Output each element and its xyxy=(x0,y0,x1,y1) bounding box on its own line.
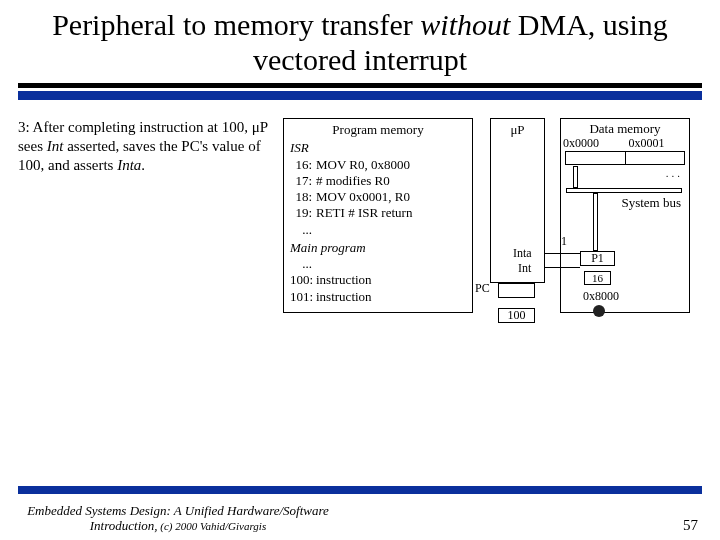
data-memory-cells xyxy=(565,151,685,165)
page-number: 57 xyxy=(683,517,698,534)
isr-label: ISR xyxy=(290,140,466,156)
bus-stub-memory xyxy=(573,166,578,188)
system-bus-wire xyxy=(566,188,682,193)
program-memory-title: Program memory xyxy=(290,122,466,138)
title-pre: Peripheral to memory transfer xyxy=(52,8,420,41)
pc-label: PC xyxy=(475,281,490,296)
footer-rule-blue xyxy=(18,486,702,494)
data-cell xyxy=(626,151,686,165)
peripheral-p1-box: P1 xyxy=(580,251,615,266)
data-memory-title: Data memory xyxy=(561,121,689,137)
diagram: Program memory ISR 16:MOV R0, 0x8000 17:… xyxy=(283,118,702,348)
system-bus-label: System bus xyxy=(621,195,681,211)
data-memory-addresses: 0x0000 0x0001 xyxy=(561,136,689,151)
bus-stub-peripheral xyxy=(593,193,598,251)
data-memory-box: Data memory 0x0000 0x0001 ... System bus xyxy=(560,118,690,313)
peripheral-address: 0x8000 xyxy=(583,289,619,304)
int-label: Int xyxy=(518,261,531,276)
code-row: 17:# modifies R0 xyxy=(290,173,466,189)
rule-blue xyxy=(18,91,702,100)
data-cell xyxy=(565,151,626,165)
program-memory-box: Program memory ISR 16:MOV R0, 0x8000 17:… xyxy=(283,118,473,313)
footer: Embedded Systems Design: A Unified Hardw… xyxy=(0,504,720,534)
step-description: 3: After completing instruction at 100, … xyxy=(18,118,283,348)
footer-citation: Embedded Systems Design: A Unified Hardw… xyxy=(18,504,338,534)
rule-black xyxy=(18,83,702,88)
slide: Peripheral to memory transfer without DM… xyxy=(0,0,720,540)
pc-box xyxy=(498,283,535,298)
peripheral-led-icon xyxy=(593,305,605,317)
microprocessor-label: μP xyxy=(491,122,544,138)
code-row: 101:instruction xyxy=(290,289,466,305)
code-dots: ... xyxy=(290,256,466,272)
code-dots: ... xyxy=(290,222,466,238)
title-italic: without xyxy=(420,8,510,41)
code-row: 18:MOV 0x0001, R0 xyxy=(290,189,466,205)
main-program-label: Main program xyxy=(290,240,466,256)
code-row: 19:RETI # ISR return xyxy=(290,205,466,221)
code-row: 100:instruction xyxy=(290,272,466,288)
pc-value-box: 100 xyxy=(498,308,535,323)
code-row: 16:MOV R0, 0x8000 xyxy=(290,157,466,173)
content-row: 3: After completing instruction at 100, … xyxy=(18,118,702,348)
dots-icon: ... xyxy=(666,167,683,179)
peripheral-reg-box: 16 xyxy=(584,271,611,285)
inta-label: Inta xyxy=(513,246,532,261)
slide-title: Peripheral to memory transfer without DM… xyxy=(18,8,702,81)
